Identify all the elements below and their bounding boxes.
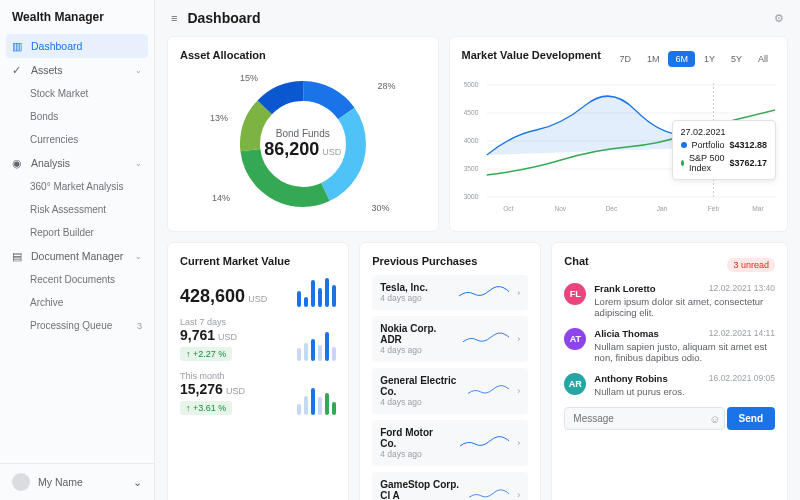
nav-label: Dashboard [31,40,82,52]
avatar: FL [564,283,586,305]
nav-stock-market[interactable]: Stock Market [0,82,154,105]
range-all[interactable]: All [751,51,775,67]
svg-text:Mar: Mar [752,203,764,213]
brand: Wealth Manager [0,0,154,34]
purchase-time: 4 days ago [380,293,428,303]
nav-label: Report Builder [30,227,94,238]
settings-icon[interactable]: ⚙ [774,12,784,25]
chat-input[interactable] [564,407,725,430]
cmv-total: 428,600 [180,286,245,306]
chevron-right-icon: › [517,490,520,500]
last7-delta: ↑ +2.27 % [180,347,232,361]
svg-text:4500: 4500 [463,107,478,117]
nav-bonds[interactable]: Bonds [0,105,154,128]
chevron-down-icon: ⌄ [133,476,142,488]
purchase-row[interactable]: Tesla, Inc.4 days ago› [372,275,528,310]
chat-message: FLFrank Loretto12.02.2021 13:40Lorem ips… [564,283,775,318]
nav-doc-manager[interactable]: ▤Document Manager⌄ [0,244,154,268]
nav-analysis[interactable]: ◉Analysis⌄ [0,151,154,175]
nav-dashboard[interactable]: ▥Dashboard [6,34,148,58]
msg-time: 16.02.2021 09:05 [709,373,775,384]
dot-icon [681,142,687,148]
chat-message: ATAlicia Thomas12.02.2021 14:11Nullam sa… [564,328,775,363]
sparkline-bars [297,329,336,361]
nav-360[interactable]: 360° Market Analysis [0,175,154,198]
avatar: AR [564,373,586,395]
nav-label: Processing Queue [30,320,112,331]
menu-icon[interactable]: ≡ [171,12,177,24]
pct-label: 30% [372,203,390,213]
card-title: Current Market Value [180,255,336,267]
pct-label: 28% [378,81,396,91]
nav-processing-queue[interactable]: Processing Queue3 [0,314,154,337]
nav: ▥Dashboard ✓Assets⌄ Stock Market Bonds C… [0,34,154,463]
msg-name: Anthony Robins [594,373,667,384]
range-7d[interactable]: 7D [612,51,638,67]
chat-card: Chat 3 unread FLFrank Loretto12.02.2021 … [551,242,788,500]
sparkline-bars [297,275,336,307]
chat-message: ARAnthony Robins16.02.2021 09:05Nullam u… [564,373,775,397]
svg-text:3000: 3000 [463,191,478,201]
tooltip-date: 27.02.2021 [681,127,768,137]
purchase-row[interactable]: Ford Motor Co.4 days ago› [372,420,528,466]
sparkline [460,434,510,452]
dot-icon [681,160,685,166]
card-title: Previous Purchases [372,255,528,267]
pct-label: 13% [210,113,228,123]
sparkline-bars [297,383,336,415]
purchase-name: Ford Motor Co. [380,427,451,449]
range-tabs: 7D 1M 6M 1Y 5Y All [612,51,775,67]
msg-text: Nullam sapien justo, aliquam sit amet es… [594,341,775,363]
nav-label: 360° Market Analysis [30,181,124,192]
purchase-name: General Electric Co. [380,375,459,397]
market-card: Market Value Development 7D 1M 6M 1Y 5Y … [449,36,788,232]
document-icon: ▤ [12,250,24,262]
purchase-row[interactable]: General Electric Co.4 days ago› [372,368,528,414]
send-button[interactable]: Send [727,407,775,430]
nav-label: Archive [30,297,63,308]
queue-badge: 3 [137,321,142,331]
nav-label: Bonds [30,111,58,122]
pct-label: 14% [212,193,230,203]
card-title: Chat [564,255,588,267]
purchase-name: GameStop Corp. Cl A [380,479,461,500]
avatar [12,473,30,491]
msg-name: Alicia Thomas [594,328,658,339]
donut-center-label: Bond Funds [264,128,341,139]
month-label: This month [180,371,336,381]
donut-chart: Bond Funds 86,200 USD 15% 28% 13% 30% 14… [180,69,426,219]
purchase-time: 4 days ago [380,449,451,459]
nav-assets[interactable]: ✓Assets⌄ [0,58,154,82]
svg-text:Feb: Feb [707,203,718,213]
user-menu[interactable]: My Name ⌄ [0,463,154,500]
topbar: ≡ Dashboard ⚙ [155,0,800,36]
range-5y[interactable]: 5Y [724,51,749,67]
nav-archive[interactable]: Archive [0,291,154,314]
nav-report-builder[interactable]: Report Builder [0,221,154,244]
range-1m[interactable]: 1M [640,51,667,67]
chart-bar-icon: ▥ [12,40,24,52]
chevron-down-icon: ⌄ [135,159,142,168]
range-1y[interactable]: 1Y [697,51,722,67]
nav-currencies[interactable]: Currencies [0,128,154,151]
pct-label: 15% [240,73,258,83]
purchase-row[interactable]: Nokia Corp. ADR4 days ago› [372,316,528,362]
purchase-name: Nokia Corp. ADR [380,323,455,345]
msg-time: 12.02.2021 14:11 [709,328,775,339]
nav-risk[interactable]: Risk Assessment [0,198,154,221]
nav-recent-docs[interactable]: Recent Documents [0,268,154,291]
purchase-row[interactable]: GameStop Corp. Cl A4 days ago› [372,472,528,500]
range-6m[interactable]: 6M [668,51,695,67]
chevron-right-icon: › [517,288,520,298]
chevron-right-icon: › [517,386,520,396]
nav-label: Document Manager [31,250,123,262]
msg-text: Lorem ipsum dolor sit amet, consectetur … [594,296,775,318]
cmv-card: Current Market Value 428,600 USD Last 7 … [167,242,349,500]
svg-text:Jan: Jan [656,203,667,213]
line-chart[interactable]: 50004500400035003000 OctNovDecJanFebMar … [462,75,775,215]
sparkline [459,284,509,302]
allocation-card: Asset Allocation Bond Funds 86,200 USD 1… [167,36,439,232]
chevron-down-icon: ⌄ [135,252,142,261]
nav-label: Assets [31,64,63,76]
msg-name: Frank Loretto [594,283,655,294]
